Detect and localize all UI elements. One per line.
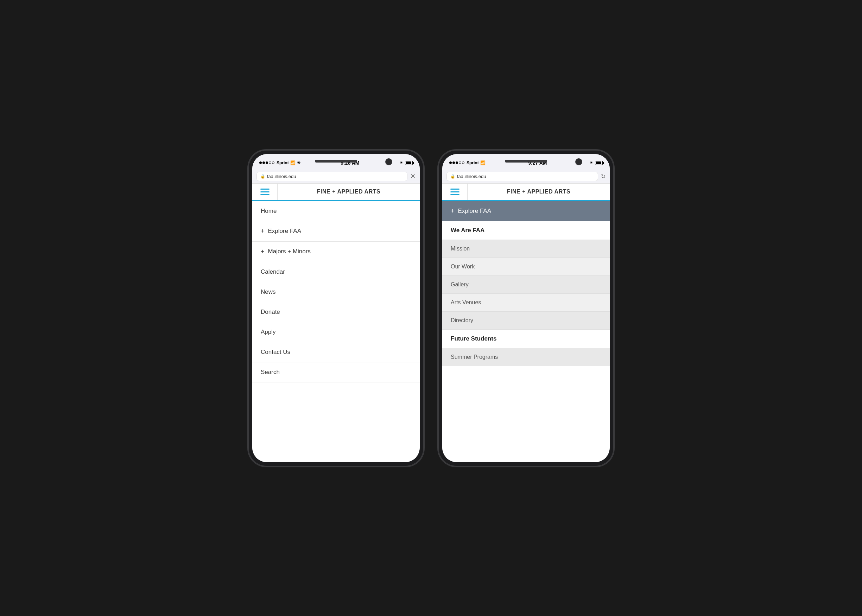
browser-bar-1: 🔒 faa.illinois.edu ✕ <box>252 170 420 184</box>
nav-item-apply[interactable]: Apply <box>252 322 420 342</box>
submenu-item-arts-venues[interactable]: Arts Venues <box>442 294 610 312</box>
signal-dot-2 <box>262 162 265 164</box>
nav-item-donate[interactable]: Donate <box>252 302 420 322</box>
hamburger-line-2-2 <box>451 192 460 192</box>
expand-icon-majors: + <box>261 248 265 255</box>
url-text-2: faa.illinois.edu <box>457 174 486 179</box>
section-we-are-faa: We Are FAA <box>442 221 610 240</box>
nav-item-apply-label: Apply <box>261 328 276 336</box>
explore-faa-label: Explore FAA <box>458 207 491 215</box>
hamburger-line-3 <box>261 194 270 195</box>
nav-item-search-label: Search <box>261 369 280 376</box>
site-title-1: FINE + APPLIED ARTS <box>278 184 420 200</box>
status-time-1: 9:26 AM <box>341 160 359 166</box>
wifi-icon-2: 📶 <box>480 160 485 165</box>
signal-dots-2 <box>449 162 465 164</box>
nav-item-news-label: News <box>261 289 276 295</box>
nav-list-2: + Explore FAA We Are FAA Mission Our Wor… <box>442 201 610 462</box>
close-tab-button-1[interactable]: ✕ <box>410 172 416 180</box>
status-bar-1: Sprint 📶 ✳ 9:26 AM ✷ <box>252 154 420 170</box>
signal-dot-4 <box>269 162 271 164</box>
carrier-name-2: Sprint <box>466 160 479 165</box>
nav-item-calendar-label: Calendar <box>261 269 285 275</box>
battery-fill-2 <box>596 162 601 164</box>
nav-item-donate-label: Donate <box>261 308 280 316</box>
bluetooth-icon-1: ✷ <box>400 160 403 165</box>
status-bar-2: Sprint 📶 9:27 AM ✷ <box>442 154 610 170</box>
status-right-2: ✷ <box>590 160 603 165</box>
settings-icon-1: ✳ <box>297 160 300 165</box>
url-text-1: faa.illinois.edu <box>267 174 296 179</box>
phone-2: Sprint 📶 9:27 AM ✷ 🔒 faa.illinois.edu ↻ <box>438 150 614 467</box>
lock-icon-1: 🔒 <box>261 174 265 179</box>
submenu-item-mission[interactable]: Mission <box>442 240 610 258</box>
hamburger-lines-2 <box>451 189 460 195</box>
battery-icon-2 <box>595 161 603 165</box>
hamburger-lines-1 <box>261 189 270 195</box>
expand-icon-explore: + <box>261 228 265 235</box>
carrier-name-1: Sprint <box>276 160 289 165</box>
url-bar-1[interactable]: 🔒 faa.illinois.edu <box>256 172 407 181</box>
signal-dot-2-3 <box>455 162 458 164</box>
hamburger-line-2 <box>261 192 270 192</box>
hamburger-line-1 <box>261 189 270 190</box>
hamburger-menu-1[interactable] <box>252 184 278 200</box>
url-bar-2[interactable]: 🔒 faa.illinois.edu <box>446 172 598 181</box>
battery-fill-1 <box>406 162 411 164</box>
nav-item-contact-us[interactable]: Contact Us <box>252 342 420 362</box>
lock-icon-2: 🔒 <box>451 174 455 179</box>
signal-dot-2-4 <box>459 162 461 164</box>
submenu-item-gallery[interactable]: Gallery <box>442 276 610 294</box>
status-left-2: Sprint 📶 <box>449 160 485 165</box>
nav-item-news[interactable]: News <box>252 282 420 302</box>
status-right-1: ✷ <box>400 160 413 165</box>
phone-1: Sprint 📶 ✳ 9:26 AM ✷ 🔒 faa.illinois.edu … <box>248 150 424 467</box>
hamburger-menu-2[interactable] <box>442 184 468 200</box>
signal-dots-1 <box>259 162 275 164</box>
battery-icon-1 <box>405 161 413 165</box>
submenu-item-directory[interactable]: Directory <box>442 312 610 330</box>
status-left-1: Sprint 📶 ✳ <box>259 160 300 165</box>
nav-header-2: FINE + APPLIED ARTS <box>442 184 610 201</box>
nav-item-explore-faa-label: Explore FAA <box>268 228 301 235</box>
signal-dot-1 <box>259 162 262 164</box>
signal-dot-2-5 <box>462 162 465 164</box>
signal-dot-3 <box>265 162 268 164</box>
signal-dot-5 <box>272 162 275 164</box>
bluetooth-icon-2: ✷ <box>590 160 593 165</box>
signal-dot-2-1 <box>449 162 452 164</box>
wifi-icon-1: 📶 <box>290 160 295 165</box>
nav-item-home-label: Home <box>261 207 276 215</box>
phone-2-screen: Sprint 📶 9:27 AM ✷ 🔒 faa.illinois.edu ↻ <box>442 154 610 462</box>
hamburger-line-2-3 <box>451 194 460 195</box>
nav-item-home[interactable]: Home <box>252 201 420 221</box>
signal-dot-2-2 <box>452 162 455 164</box>
nav-item-explore-faa[interactable]: + Explore FAA <box>252 221 420 242</box>
status-time-2: 9:27 AM <box>528 160 547 166</box>
phone-1-screen: Sprint 📶 ✳ 9:26 AM ✷ 🔒 faa.illinois.edu … <box>252 154 420 462</box>
nav-item-majors-minors[interactable]: + Majors + Minors <box>252 242 420 262</box>
explore-faa-header[interactable]: + Explore FAA <box>442 201 610 221</box>
nav-item-contact-us-label: Contact Us <box>261 349 290 356</box>
nav-item-search[interactable]: Search <box>252 362 420 382</box>
nav-item-majors-minors-label: Majors + Minors <box>268 248 311 255</box>
nav-header-1: FINE + APPLIED ARTS <box>252 184 420 201</box>
submenu-item-our-work[interactable]: Our Work <box>442 258 610 276</box>
section-future-students: Future Students <box>442 330 610 348</box>
site-title-2: FINE + APPLIED ARTS <box>468 184 610 200</box>
refresh-button-2[interactable]: ↻ <box>601 173 606 180</box>
hamburger-line-2-1 <box>451 189 460 190</box>
nav-item-calendar[interactable]: Calendar <box>252 262 420 282</box>
browser-bar-2: 🔒 faa.illinois.edu ↻ <box>442 170 610 184</box>
submenu-item-summer-programs[interactable]: Summer Programs <box>442 348 610 366</box>
nav-list-1: Home + Explore FAA + Majors + Minors Cal… <box>252 201 420 462</box>
expand-icon-explore-2: + <box>451 207 455 215</box>
